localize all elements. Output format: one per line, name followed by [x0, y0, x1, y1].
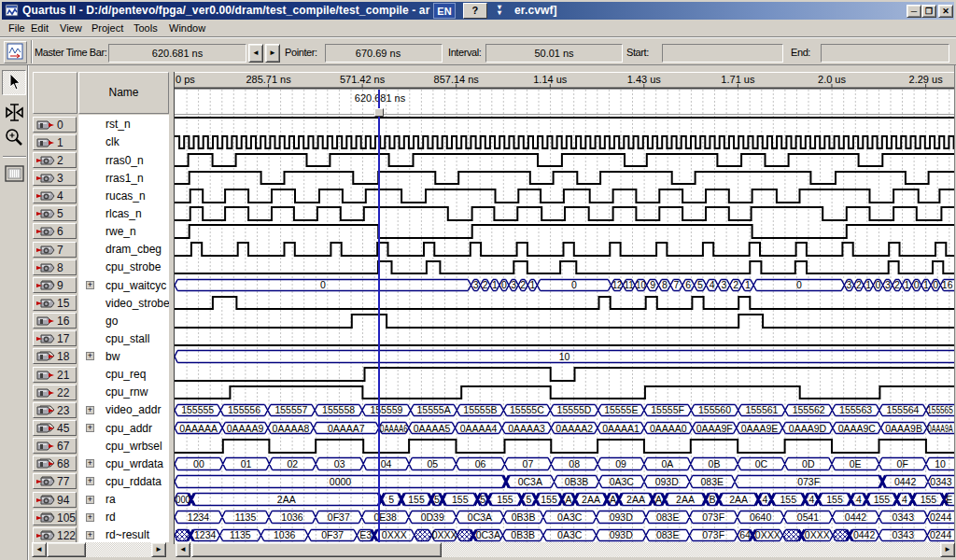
svg-text:857.14 ns: 857.14 ns	[434, 74, 480, 85]
svg-text:093D: 093D	[610, 529, 634, 540]
svg-text:093D: 093D	[610, 511, 634, 523]
svg-text:A: A	[610, 494, 616, 505]
svg-text:E: E	[946, 494, 952, 505]
svg-text:1135: 1135	[230, 529, 251, 540]
svg-text:0: 0	[796, 279, 802, 290]
svg-text:155: 155	[541, 494, 557, 505]
svg-text:16: 16	[942, 279, 953, 290]
svg-text:155564: 155564	[886, 404, 919, 415]
svg-text:10: 10	[935, 458, 946, 469]
svg-text:5: 5	[480, 494, 485, 505]
svg-text:0000: 0000	[330, 476, 352, 487]
svg-text:155561: 155561	[745, 404, 778, 415]
svg-text:03: 03	[334, 458, 345, 469]
svg-text:01: 01	[241, 458, 252, 469]
svg-text:0XXX: 0XXX	[382, 529, 407, 540]
svg-text:2AA: 2AA	[626, 494, 645, 505]
svg-text:0AAAA6: 0AAAA6	[380, 423, 408, 434]
svg-text:0AAA9C: 0AAA9C	[838, 423, 877, 434]
svg-text:155560: 155560	[698, 404, 731, 415]
svg-text:1.71 us: 1.71 us	[721, 74, 755, 85]
svg-text:0343: 0343	[893, 511, 915, 523]
svg-text:073F: 073F	[702, 511, 724, 523]
svg-text:10: 10	[636, 279, 645, 290]
svg-text:155: 155	[780, 494, 797, 505]
svg-text:155563: 155563	[839, 404, 872, 415]
svg-text:3: 3	[511, 279, 516, 290]
svg-text:1.14 us: 1.14 us	[533, 74, 568, 85]
svg-text:9: 9	[650, 279, 655, 290]
svg-text:083E: 083E	[701, 476, 724, 487]
svg-text:0E38: 0E38	[373, 511, 397, 523]
svg-text:155556: 155556	[228, 404, 260, 415]
svg-text:2: 2	[856, 279, 862, 290]
svg-text:155: 155	[874, 494, 891, 505]
svg-text:0C3A: 0C3A	[476, 529, 500, 540]
svg-text:15555A: 15555A	[416, 404, 450, 415]
svg-text:6: 6	[685, 279, 691, 290]
svg-text:5: 5	[697, 279, 703, 290]
svg-text:0A3C: 0A3C	[610, 476, 635, 487]
svg-text:0AAAAA: 0AAAAA	[179, 423, 218, 434]
svg-text:00: 00	[193, 458, 204, 469]
svg-text:073F: 073F	[797, 476, 820, 487]
svg-text:3: 3	[473, 279, 479, 290]
svg-text:093D: 093D	[655, 476, 680, 487]
svg-text:1: 1	[492, 279, 498, 290]
svg-text:0: 0	[876, 279, 881, 290]
svg-text:4: 4	[856, 494, 862, 505]
svg-text:0AAAA7: 0AAAA7	[328, 423, 365, 434]
svg-text:15555B: 15555B	[463, 404, 497, 415]
svg-text:285.71 ns: 285.71 ns	[246, 74, 291, 85]
svg-text:1234: 1234	[194, 529, 217, 540]
svg-text:155: 155	[921, 494, 937, 505]
svg-text:2: 2	[520, 279, 526, 290]
svg-text:3: 3	[885, 279, 891, 290]
svg-text:2: 2	[733, 279, 738, 290]
svg-text:0XXX: 0XXX	[755, 529, 780, 540]
svg-text:155565: 155565	[927, 404, 953, 415]
svg-text:0AAAA4: 0AAAA4	[460, 423, 498, 434]
svg-text:0 ps: 0 ps	[176, 74, 195, 85]
svg-text:3: 3	[721, 279, 726, 290]
svg-text:0C3A: 0C3A	[518, 476, 542, 487]
svg-text:0C: 0C	[755, 458, 768, 469]
svg-text:0AAA9B: 0AAA9B	[885, 423, 922, 434]
svg-text:073F: 073F	[702, 529, 724, 540]
svg-text:04: 04	[381, 458, 392, 469]
svg-text:4: 4	[902, 494, 907, 505]
svg-text:1.43 us: 1.43 us	[627, 74, 662, 85]
svg-text:0B: 0B	[709, 458, 721, 469]
svg-text:0: 0	[501, 279, 507, 290]
svg-text:155558: 155558	[322, 404, 355, 415]
svg-text:1: 1	[745, 279, 751, 290]
svg-text:000: 000	[176, 494, 190, 505]
svg-text:0AAAA9: 0AAAA9	[227, 423, 264, 434]
svg-text:0AAA9F: 0AAA9F	[696, 423, 733, 434]
svg-text:0442: 0442	[853, 529, 876, 540]
svg-text:0F: 0F	[897, 458, 908, 469]
svg-text:0A3C: 0A3C	[557, 529, 583, 540]
svg-text:0D: 0D	[802, 458, 815, 469]
svg-text:0AAAA0: 0AAAA0	[650, 423, 687, 434]
svg-text:1036: 1036	[281, 511, 303, 523]
svg-text:0B3B: 0B3B	[512, 511, 536, 523]
svg-text:0D39: 0D39	[421, 511, 444, 523]
svg-text:0AAAA3: 0AAAA3	[508, 423, 545, 434]
svg-text:E3: E3	[359, 529, 372, 540]
svg-text:0640: 0640	[750, 511, 772, 523]
svg-text:7: 7	[674, 279, 680, 290]
svg-text:5: 5	[434, 494, 440, 505]
svg-text:05: 05	[427, 458, 438, 469]
svg-text:0: 0	[914, 279, 920, 290]
svg-text:083E: 083E	[656, 511, 680, 523]
svg-text:0442: 0442	[845, 511, 867, 523]
svg-text:155: 155	[497, 494, 513, 505]
svg-text:B: B	[709, 494, 715, 505]
svg-text:08: 08	[569, 458, 580, 469]
svg-text:0: 0	[320, 279, 326, 290]
svg-text:A: A	[655, 494, 662, 505]
svg-text:02: 02	[287, 458, 298, 469]
svg-text:2AA: 2AA	[582, 494, 600, 505]
svg-text:0AAAA1: 0AAAA1	[602, 423, 640, 434]
